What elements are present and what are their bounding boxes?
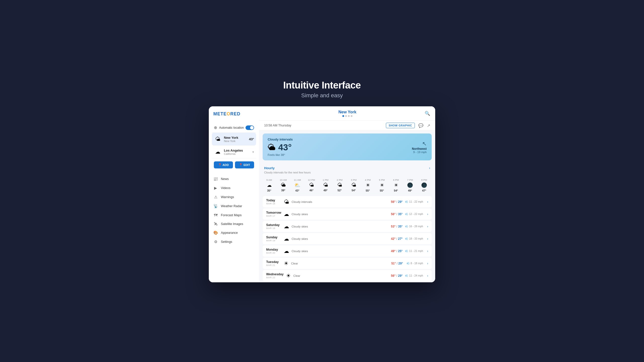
h-icon: ☀ [366, 182, 370, 188]
time-bar: 10:58 AM Thursday SHOW GRAPHIC 💬 ↗ [259, 121, 435, 130]
day-date: MAR 16 [266, 202, 281, 205]
nav-item-label: Weather Radar [221, 204, 242, 208]
day-temps: 53° / 35° [381, 225, 403, 228]
day-temp-hi: 53° [391, 225, 395, 228]
day-condition: Clear [293, 274, 379, 277]
chat-icon[interactable]: 💬 [418, 123, 423, 128]
day-icon: ☀ [284, 260, 289, 266]
nav-item-videos[interactable]: ▶ Videos [211, 184, 257, 193]
nav-item-satellite-images[interactable]: 🛰 Satellite Images [211, 219, 257, 228]
ny-name: New York [224, 136, 238, 140]
day-arrow[interactable]: › [427, 237, 428, 241]
hourly-item: 2 PM 🌤 52° [333, 177, 346, 194]
hourly-item: 12 PM 🌤 46° [305, 177, 318, 194]
nav-items: 📰 News ▶ Videos ⚠ Warnings 📡 Weather Rad… [209, 173, 259, 247]
daily-item: Monday MAR 20 ☁ Cloudy skies 49° / 25° 💨… [263, 245, 432, 257]
h-time: 5 PM [379, 178, 385, 181]
app-container: METEORED ⊕ Automatic location 🌤 New York… [209, 106, 435, 282]
hourly-arrow[interactable]: › [429, 166, 430, 170]
day-arrow[interactable]: › [427, 224, 428, 228]
h-temp: 54° [352, 189, 356, 192]
h-time: 2 PM [337, 178, 342, 181]
cw-condition: Cloudy intervals [268, 138, 293, 141]
la-sub: California [224, 152, 243, 155]
share-icon[interactable]: ↗ [427, 123, 430, 128]
nav-item-news[interactable]: 📰 News [211, 174, 257, 184]
day-icon: ☀ [286, 273, 291, 279]
add-location-button[interactable]: 📍 ADD [214, 161, 233, 168]
daily-item: Sunday MAR 19 ☁ Cloudy skies 42° / 27° 💨… [263, 233, 432, 244]
location-item-new-york[interactable]: 🌤 New York New York 43° [212, 133, 256, 146]
day-wind: 💨 11 - 21 mph [405, 249, 423, 253]
day-temps: 56° / 29° [381, 274, 403, 278]
hourly-item: 4 PM ☀ 55° [361, 177, 374, 194]
h-time: 9 AM [266, 178, 272, 181]
nav-item-label: Forecast Maps [221, 213, 242, 217]
h-time: 8 PM [421, 178, 427, 181]
show-graphic-button[interactable]: SHOW GRAPHIC [386, 123, 415, 128]
nav-item-weather-radar[interactable]: 📡 Weather Radar [211, 202, 257, 211]
nav-icon: ⚠ [213, 195, 218, 199]
sidebar-section: ⊕ Automatic location 🌤 New York New York… [209, 121, 259, 173]
edit-label: EDIT [244, 163, 250, 166]
day-temps: 49° / 25° [381, 249, 403, 253]
day-name: Wednesday [266, 273, 284, 276]
day-arrow[interactable]: › [427, 249, 428, 253]
nav-item-label: Appearance [221, 231, 238, 235]
add-edit-row: 📍 ADD 📍 EDIT [212, 158, 256, 171]
day-date: MAR 18 [266, 227, 281, 230]
la-name: Los Angeles [224, 149, 243, 152]
main-content: New York 🔍 10:58 AM Thursday SHOW GRAPHI… [259, 106, 435, 282]
h-icon: 🌤 [351, 182, 356, 188]
ny-temp: 43° [249, 137, 254, 141]
day-arrow[interactable]: › [427, 261, 428, 265]
h-temp: 49° [324, 189, 328, 192]
day-wind: 💨 11 - 24 mph [405, 274, 423, 277]
ny-sub: New York [224, 140, 238, 143]
dot-2 [345, 115, 347, 117]
nav-item-label: Satellite Images [221, 222, 243, 226]
hourly-item: 6 PM ☀ 54° [389, 177, 403, 194]
day-arrow[interactable]: › [427, 200, 428, 204]
hourly-item: 9 PM 🌑 45° [432, 177, 435, 194]
h-temp: 52° [338, 189, 342, 192]
main-body: Cloudy intervals 🌥 43° Feels like 38° ↖ … [259, 130, 435, 282]
day-date: MAR 19 [266, 239, 281, 242]
h-temp: 46° [309, 189, 313, 192]
day-wind: 💨 11 - 22 mph [405, 200, 423, 203]
h-temp: 39° [281, 189, 285, 192]
day-arrow[interactable]: › [427, 274, 428, 278]
day-arrow[interactable]: › [427, 212, 428, 216]
nav-item-label: Settings [221, 240, 232, 244]
h-icon: ☀ [394, 182, 398, 188]
time-display: 10:58 AM Thursday [264, 124, 291, 127]
day-temp-lo: 29° [398, 200, 403, 204]
day-date: MAR 22 [266, 276, 284, 279]
hourly-subtitle: Cloudy intervals for the next few hours [259, 171, 435, 176]
day-temp-hi: 56° [391, 212, 395, 216]
h-time: 4 PM [365, 178, 371, 181]
nav-item-warnings[interactable]: ⚠ Warnings [211, 193, 257, 202]
location-icon: ⊕ [214, 125, 217, 130]
nav-icon: 🎨 [213, 231, 218, 235]
day-date: MAR 20 [266, 251, 281, 254]
day-temp-lo: 27° [398, 237, 403, 241]
day-date: MAR 17 [266, 214, 281, 217]
h-temp: 55° [366, 189, 370, 192]
current-weather-card: Cloudy intervals 🌥 43° Feels like 38° ↖ … [263, 133, 432, 160]
auto-location-toggle[interactable] [246, 125, 254, 130]
expand-icon[interactable]: ▾ [252, 150, 254, 154]
location-item-los-angeles[interactable]: ☁ Los Angeles California ▾ [212, 146, 256, 158]
h-time: 12 PM [308, 178, 315, 181]
h-time: 6 PM [393, 178, 399, 181]
day-temps: 51° / 29° [382, 262, 403, 265]
hourly-scroll: 9 AM ☁ 35° 10 AM 🌥 39° 11 AM ⛅ 43° 12 PM… [259, 176, 435, 196]
edit-location-button[interactable]: 📍 EDIT [235, 161, 254, 168]
nav-item-settings[interactable]: ⚙ Settings [211, 237, 257, 246]
nav-item-appearance[interactable]: 🎨 Appearance [211, 228, 257, 237]
hourly-item: 7 PM 🌑 49° [404, 177, 417, 194]
nav-item-forecast-maps[interactable]: 🗺 Forecast Maps [211, 211, 257, 219]
h-icon: 🌑 [407, 182, 413, 188]
search-icon[interactable]: 🔍 [425, 111, 430, 116]
hourly-section-header: Hourly › [259, 163, 435, 171]
